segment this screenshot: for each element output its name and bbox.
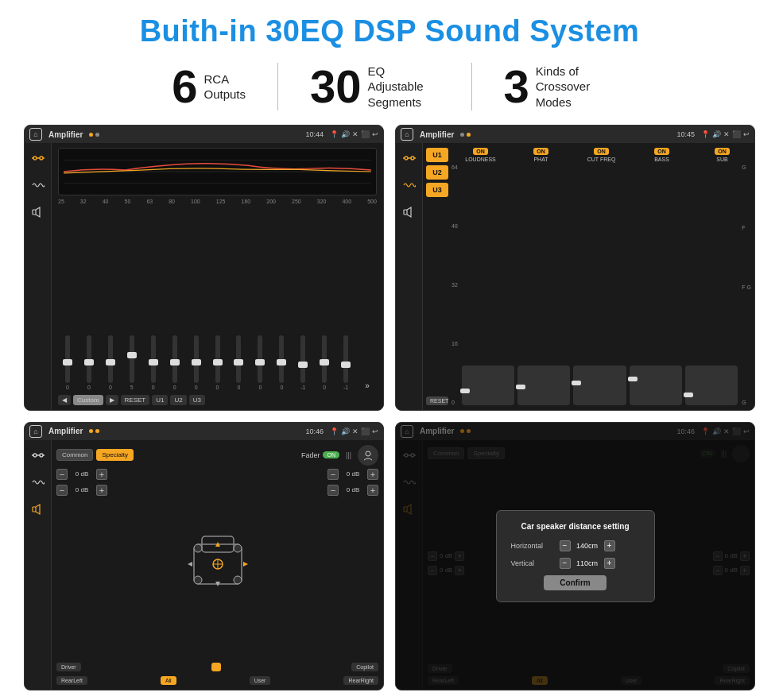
vertical-plus-btn[interactable]: + [604, 558, 615, 569]
slider-track[interactable] [322, 335, 327, 383]
vol-minus-tr[interactable]: − [327, 469, 339, 480]
vol-plus-tr[interactable]: + [367, 469, 378, 480]
fader-avatar [358, 445, 378, 466]
slider-12: -1 [293, 335, 312, 390]
common-btn[interactable]: Common [56, 449, 93, 461]
eq-reset-btn[interactable]: RESET [121, 395, 150, 405]
vol-val-tr: 0 dB [342, 470, 364, 478]
eq-prev-btn[interactable]: ◀ [58, 395, 71, 405]
status-icons-2: 📍🔊✕⬛↩ [701, 130, 750, 138]
horizontal-stepper: − 140cm + [560, 540, 615, 551]
home-icon-2[interactable]: ⌂ [401, 128, 413, 141]
slider-track[interactable] [130, 335, 134, 383]
eq-play-btn[interactable]: ▶ [106, 395, 118, 405]
eq-u1-btn[interactable]: U1 [152, 395, 168, 405]
svg-point-21 [366, 451, 370, 456]
fader-main-content: − 0 dB + − 0 dB + [56, 469, 378, 660]
vol-minus-br[interactable]: − [327, 485, 339, 496]
crossover-speaker-icon[interactable] [399, 202, 420, 222]
ch-slider-1[interactable] [462, 365, 514, 405]
slider-track[interactable] [108, 335, 113, 383]
fader-toggle[interactable]: ON [323, 451, 339, 458]
crossover-content: U1 U2 U3 RESET ON LOUDNESS [396, 143, 754, 410]
rearright-btn[interactable]: RearRight [343, 676, 378, 685]
slider-track[interactable] [300, 335, 305, 383]
eq-wave-btn[interactable] [28, 175, 48, 195]
all-btn[interactable]: All [161, 676, 176, 685]
ch-slider-5[interactable] [685, 365, 738, 405]
horizontal-plus-btn[interactable]: + [604, 540, 615, 551]
fader-bottom: Driver Copilot [56, 663, 378, 671]
vol-minus-bl[interactable]: − [56, 485, 68, 496]
ch-toggle-bass[interactable]: ON [654, 148, 669, 155]
vol-minus-tl[interactable]: − [56, 469, 68, 480]
eq-icon-btn[interactable] [28, 148, 48, 168]
crossover-wave-icon[interactable] [399, 175, 420, 195]
ch-slider-4[interactable] [630, 365, 682, 405]
fader-wave-icon[interactable] [28, 472, 48, 493]
u2-button[interactable]: U2 [426, 165, 448, 180]
slider-arrow: » [358, 381, 377, 390]
stat-desc-eq: EQ AdjustableSegments [368, 64, 440, 110]
slider-14: -1 [336, 335, 355, 390]
vertical-minus-btn[interactable]: − [560, 558, 571, 569]
copilot-btn[interactable]: Copilot [351, 663, 378, 671]
vertical-stepper: − 110cm + [560, 558, 615, 569]
ch-toggle-phat[interactable]: ON [533, 148, 548, 155]
u1-button[interactable]: U1 [426, 148, 448, 162]
u3-button[interactable]: U3 [426, 183, 448, 197]
slider-track[interactable] [215, 335, 220, 383]
dialog-box: Car speaker distance setting Horizontal … [496, 510, 655, 602]
horizontal-minus-btn[interactable]: − [560, 540, 571, 551]
slider-track[interactable] [87, 335, 91, 383]
specialty-btn[interactable]: Specialty [96, 449, 133, 461]
confirm-button[interactable]: Confirm [544, 575, 606, 590]
svg-marker-34 [243, 562, 248, 567]
slider-track[interactable] [236, 335, 241, 383]
ch-slider-3[interactable] [573, 365, 626, 405]
slider-2: 0 [79, 335, 99, 390]
vol-row-tl: − 0 dB + [56, 469, 107, 480]
eq-u2-btn[interactable]: U2 [170, 395, 186, 405]
eq-u3-btn[interactable]: U3 [189, 395, 205, 405]
ch-toggle-loudness[interactable]: ON [473, 148, 488, 155]
slider-track[interactable] [65, 335, 70, 383]
svg-point-0 [33, 157, 37, 160]
svg-point-10 [411, 157, 414, 160]
car-diagram [112, 469, 323, 660]
slider-5: 0 [144, 335, 163, 390]
home-icon-3[interactable]: ⌂ [29, 425, 42, 438]
home-icon[interactable]: ⌂ [29, 128, 42, 141]
dot-indicators-2 [460, 133, 471, 137]
slider-track[interactable] [343, 335, 348, 383]
slider-track[interactable] [194, 335, 199, 383]
ch-toggle-cutfreq[interactable]: ON [594, 148, 609, 155]
ch-slider-2[interactable] [517, 365, 570, 405]
eq-app-name: Amplifier [48, 130, 83, 139]
user-btn[interactable]: User [250, 676, 271, 685]
svg-point-25 [234, 544, 242, 552]
fader-side-panel [25, 440, 52, 690]
vol-plus-br[interactable]: + [367, 485, 378, 496]
fader-status-bar: ⌂ Amplifier 10:46 📍🔊✕⬛↩ [25, 423, 383, 440]
ch-toggle-sub[interactable]: ON [715, 148, 730, 155]
status-icons: 📍🔊✕⬛↩ [330, 130, 378, 138]
slider-track[interactable] [258, 335, 262, 383]
screen-eq: ⌂ Amplifier 10:44 📍🔊✕⬛↩ [24, 125, 384, 411]
driver-btn[interactable]: Driver [56, 663, 81, 671]
ch-loudness: ON LOUDNESS [452, 148, 510, 162]
crossover-reset-btn[interactable]: RESET [426, 396, 448, 405]
eq-speaker-btn[interactable] [28, 202, 48, 222]
vol-plus-tl[interactable]: + [96, 469, 107, 480]
slider-track[interactable] [172, 335, 177, 383]
eq-custom-btn[interactable]: Custom [73, 395, 103, 405]
fader-speaker-icon[interactable] [28, 499, 48, 520]
vol-plus-bl[interactable]: + [96, 485, 107, 496]
eq-sliders: 0 0 0 5 [58, 207, 377, 393]
slider-track[interactable] [279, 335, 284, 383]
slider-track[interactable] [151, 335, 156, 383]
svg-point-1 [40, 157, 43, 160]
fader-eq-icon[interactable] [28, 445, 48, 466]
crossover-eq-icon[interactable] [399, 148, 420, 168]
rearleft-btn[interactable]: RearLeft [56, 676, 87, 685]
